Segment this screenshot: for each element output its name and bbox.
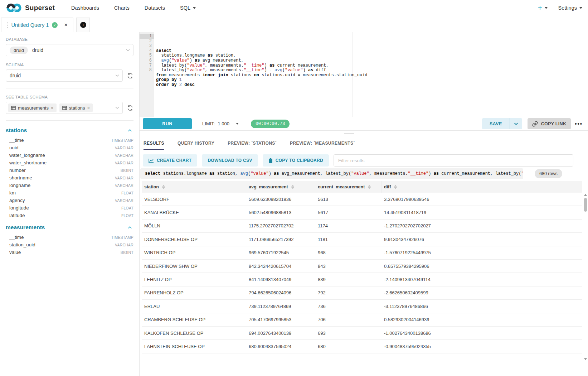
code-line[interactable]: stations.longname as station,	[156, 53, 588, 58]
column-type: TIMESTAMP	[111, 235, 133, 240]
editor-code[interactable]: select stations.longname as station, avg…	[154, 32, 588, 117]
line-number: 4	[140, 49, 154, 54]
code-line[interactable]: latest_by("value", measurements."__time"…	[156, 68, 588, 73]
remove-chip-icon[interactable]: ×	[51, 105, 54, 111]
pane-resize-handle[interactable]	[344, 132, 354, 134]
copy-clipboard-button[interactable]: COPY TO CLIPBOARD	[263, 154, 329, 167]
column-row: valueBIGINT	[6, 249, 133, 256]
column-name: km	[9, 190, 16, 196]
query-pane: 12345678 select stations.longname as sta…	[140, 32, 588, 376]
main-nav: DashboardsChartsDatasetsSQL	[71, 5, 196, 11]
column-row: kmFLOAT	[6, 189, 133, 197]
line-number: 5	[140, 53, 154, 58]
table-cell: -1.2702702702702027	[382, 223, 582, 228]
schema-select[interactable]: druid	[6, 69, 123, 82]
table-cell: 792	[315, 290, 382, 295]
table-chip-measurements[interactable]: measurements×	[8, 103, 57, 112]
scroll-down-icon[interactable]	[584, 358, 587, 360]
copy-link-button[interactable]: COPY LINK	[528, 118, 571, 129]
sql-editor[interactable]: 12345678 select stations.longname as sta…	[140, 32, 588, 117]
results-tab-results[interactable]: RESULTS	[144, 141, 164, 150]
nav-item-dashboards[interactable]: Dashboards	[71, 5, 99, 11]
settings-menu-button[interactable]: Settings	[558, 5, 582, 11]
column-header-current_measurement[interactable]: current_measurement	[315, 181, 382, 193]
results-tab-preview-stations[interactable]: PREVIEW: `STATIONS`	[228, 141, 277, 150]
limit-dropdown[interactable]: LIMIT: 1 000	[202, 121, 239, 126]
database-select[interactable]: druid druid	[6, 44, 133, 56]
add-tab-button[interactable]: +	[76, 18, 90, 32]
results-tab-query-history[interactable]: QUERY HISTORY	[178, 141, 214, 150]
nav-item-label: Dashboards	[71, 5, 99, 11]
refresh-tables-icon[interactable]	[127, 105, 133, 111]
sort-icon[interactable]	[368, 185, 371, 189]
close-tab-icon[interactable]: ×	[64, 22, 68, 28]
sort-icon[interactable]	[162, 185, 165, 189]
results-tab-preview-measurements[interactable]: PREVIEW: `MEASUREMENTS`	[290, 141, 355, 150]
code-line[interactable]: avg("value") as avg_measurement,	[156, 58, 588, 63]
table-cell: 1174	[315, 223, 382, 228]
chevron-down-icon	[115, 107, 119, 109]
sort-icon[interactable]	[291, 185, 294, 189]
query-tab[interactable]: Untitled Query 1 ✓ ×	[1, 18, 73, 32]
create-chart-button[interactable]: CREATE CHART	[143, 154, 197, 167]
save-options-button[interactable]	[510, 118, 522, 129]
plus-icon: +	[538, 4, 542, 11]
column-header-diff[interactable]: diff	[382, 181, 582, 193]
table-icon	[11, 106, 16, 110]
nav-item-charts[interactable]: Charts	[114, 5, 130, 11]
refresh-schemas-icon[interactable]	[127, 72, 133, 79]
navbar-right: + Settings	[538, 4, 582, 11]
code-line[interactable]: group by 1	[156, 78, 588, 83]
table-section-header[interactable]: measurements	[6, 224, 133, 231]
executed-query-preview[interactable]: select stations.longname as station, avg…	[140, 168, 523, 179]
limit-label: LIMIT:	[202, 121, 215, 126]
scroll-up-icon[interactable]	[584, 194, 587, 196]
table-schema-select[interactable]: measurements×stations×	[6, 102, 123, 114]
code-line[interactable]: select	[156, 49, 588, 54]
save-button[interactable]: SAVE	[482, 118, 510, 129]
top-navbar: Superset DashboardsChartsDatasetsSQL + S…	[0, 0, 588, 16]
table-cell: 680	[315, 344, 382, 349]
column-header-avg_measurement[interactable]: avg_measurement	[246, 181, 315, 193]
remove-chip-icon[interactable]: ×	[87, 105, 90, 111]
superset-logo[interactable]: Superset	[6, 3, 55, 13]
sidebar-divider	[6, 120, 133, 121]
nav-item-datasets[interactable]: Datasets	[145, 5, 165, 11]
line-number: 1	[140, 34, 154, 39]
code-line[interactable]: latest_by("value", measurements."__time"…	[156, 63, 588, 68]
table-cell: 9.91304347826076	[382, 237, 582, 242]
column-row: numberBIGINT	[6, 167, 133, 174]
vertical-scrollbar[interactable]	[583, 194, 588, 360]
table-cell: LEHNITZ OP	[142, 277, 246, 282]
code-line[interactable]: order by 2 desc	[156, 83, 588, 88]
column-header-label: avg_measurement	[249, 184, 288, 189]
drag-handle-icon[interactable]	[7, 22, 8, 28]
results-grid-body: VELSDORF5609.62309820193656133.376901798…	[142, 193, 582, 353]
table-section-header[interactable]: stations	[6, 127, 133, 134]
column-row: __timeTIMESTAMP	[6, 233, 133, 241]
chip-label: stations	[69, 105, 85, 111]
scrollbar-thumb[interactable]	[584, 198, 587, 212]
table-row: CRAMBERG SCHLEUSE OP705.4170697995853706…	[142, 313, 582, 327]
nav-item-sql[interactable]: SQL	[180, 5, 196, 11]
run-button[interactable]: RUN	[143, 118, 192, 129]
chevron-down-icon	[236, 123, 239, 125]
code-line[interactable]: from measurements inner join stations on…	[156, 73, 588, 78]
table-chip-stations[interactable]: stations×	[59, 103, 93, 112]
new-menu-button[interactable]: +	[538, 4, 548, 11]
table-cell: LAHNSTEIN SCHLEUSE OP	[142, 344, 246, 349]
line-number: 6	[140, 58, 154, 63]
table-cell: 0.6575579384295906	[382, 264, 582, 269]
table-cell: ERLAU	[142, 304, 246, 309]
column-type: FLOAT	[121, 191, 133, 195]
column-name: shortname	[9, 175, 32, 180]
column-header-station[interactable]: station	[142, 181, 246, 193]
download-csv-button[interactable]: DOWNLOAD TO CSV	[202, 154, 258, 167]
copy-clipboard-label: COPY TO CLIPBOARD	[276, 158, 323, 163]
more-actions-button[interactable]: •••	[575, 121, 583, 127]
table-cell: -2.1409813407049114	[382, 277, 582, 282]
filter-results-input[interactable]	[334, 154, 573, 167]
sort-icon[interactable]	[394, 185, 397, 189]
table-row: KALKOFEN SCHLEUSE OP694.0027643400139693…	[142, 327, 582, 340]
chevron-down-icon	[115, 74, 119, 77]
